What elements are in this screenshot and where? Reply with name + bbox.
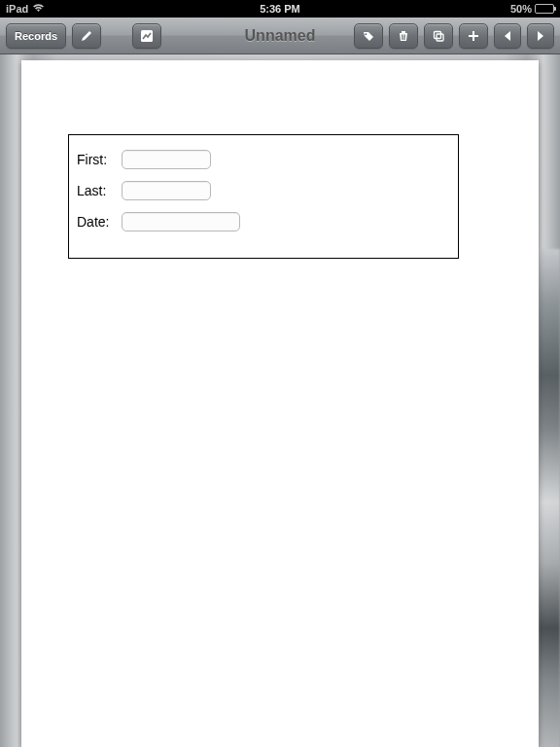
svg-rect-6 <box>437 34 443 41</box>
wifi-icon <box>32 3 45 15</box>
prev-button[interactable] <box>494 23 521 49</box>
next-button[interactable] <box>527 23 554 49</box>
svg-rect-5 <box>435 31 441 38</box>
date-input[interactable] <box>122 212 240 231</box>
delete-button[interactable] <box>389 23 418 49</box>
records-button-label: Records <box>15 30 57 42</box>
trash-icon <box>397 29 410 43</box>
edit-button[interactable] <box>72 23 101 49</box>
form-box: First: Last: Date: <box>68 134 459 259</box>
last-label: Last: <box>77 183 122 198</box>
document-page: First: Last: Date: <box>21 60 539 747</box>
form-row-first: First: <box>77 145 450 174</box>
form-row-last: Last: <box>77 176 450 205</box>
status-bar: iPad 5:36 PM 50% <box>0 0 560 18</box>
svg-point-1 <box>365 33 367 35</box>
toolbar: Records Unnamed <box>0 18 560 54</box>
battery-icon <box>535 4 554 14</box>
triangle-right-icon <box>536 30 545 42</box>
battery-text: 50% <box>510 3 532 15</box>
form-row-date: Date: <box>77 207 450 236</box>
app-body: First: Last: Date: <box>0 54 560 747</box>
records-button[interactable]: Records <box>6 23 66 49</box>
copy-icon <box>432 29 445 43</box>
first-label: First: <box>77 152 122 167</box>
tag-button[interactable] <box>354 23 383 49</box>
duplicate-button[interactable] <box>424 23 453 49</box>
pencil-icon <box>80 29 93 43</box>
status-right: 50% <box>510 3 554 15</box>
toolbar-title: Unnamed <box>245 27 316 45</box>
first-input[interactable] <box>122 150 211 169</box>
device-label: iPad <box>6 3 28 15</box>
triangle-left-icon <box>503 30 512 42</box>
tag-icon <box>362 29 375 43</box>
chart-icon <box>140 29 154 43</box>
chart-button[interactable] <box>132 23 161 49</box>
status-left: iPad <box>6 3 45 15</box>
background-edge <box>539 249 560 747</box>
plus-icon <box>467 29 480 43</box>
last-input[interactable] <box>122 181 211 200</box>
status-time: 5:36 PM <box>260 3 300 15</box>
add-button[interactable] <box>459 23 488 49</box>
date-label: Date: <box>77 214 122 230</box>
